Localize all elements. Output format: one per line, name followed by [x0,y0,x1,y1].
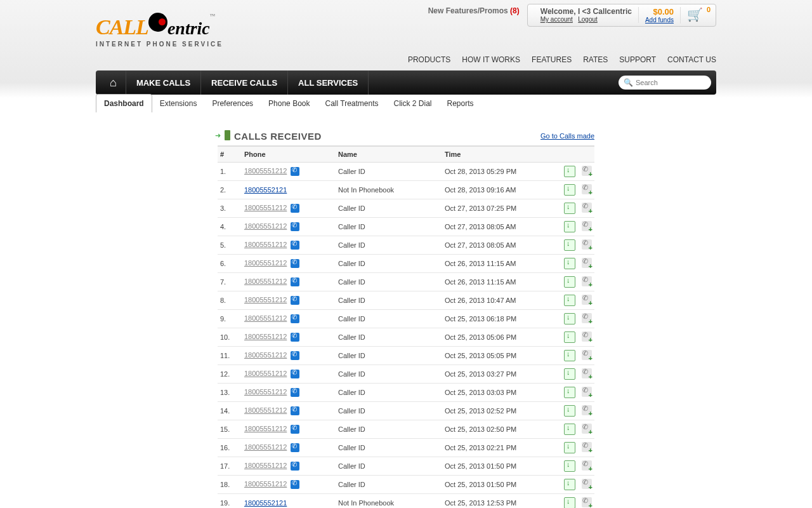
tab-click-2-dial[interactable]: Click 2 Dial [386,95,440,112]
home-button[interactable] [101,70,126,95]
download-icon[interactable] [564,460,575,472]
phone-number-link[interactable]: 18005551212 [244,406,287,414]
nav-products[interactable]: PRODUCTS [408,55,450,64]
welcome-text: Welcome, I <3 Callcentric [540,7,632,16]
nav-how-it-works[interactable]: HOW IT WORKS [462,55,520,64]
phone-number-link[interactable]: 18005551212 [244,296,287,304]
phone-number-link[interactable]: 18005551212 [244,259,287,267]
phone-number-link[interactable]: 18005551212 [244,388,287,396]
download-icon[interactable] [564,258,575,269]
table-row: 2.18005552121Not In PhonebookOct 28, 201… [218,181,594,199]
tab-reports[interactable]: Reports [440,95,481,112]
caller-name: Caller ID [336,199,442,218]
add-contact-icon[interactable] [582,405,592,415]
caller-name: Caller ID [336,273,442,291]
table-row: 15.18005551212 Caller IDOct 25, 2013 02:… [218,420,594,439]
phone-number-link[interactable]: 18005551212 [244,222,287,230]
add-contact-icon[interactable] [582,276,592,286]
call-time: Oct 25, 2013 01:50 PM [442,457,555,476]
download-icon[interactable] [564,497,575,508]
tab-dashboard[interactable]: Dashboard [96,94,152,112]
download-icon[interactable] [564,368,575,380]
tab-preferences[interactable]: Preferences [204,95,261,112]
account-box: Welcome, I <3 Callcentric My account Log… [527,4,716,27]
phone-number-link[interactable]: 18005552121 [244,499,287,507]
phone-number-link[interactable]: 18005551212 [244,370,287,377]
add-contact-icon[interactable] [582,313,592,323]
download-icon[interactable] [564,479,575,490]
cart-button[interactable]: 0 [681,7,709,22]
download-icon[interactable] [564,350,575,361]
caller-name: Caller ID [336,163,442,181]
download-icon[interactable] [564,221,575,232]
search-input[interactable] [634,78,700,87]
download-icon[interactable] [564,166,575,177]
download-icon[interactable] [564,295,575,306]
add-contact-icon[interactable] [582,239,592,250]
phone-number-link[interactable]: 18005551212 [244,241,287,248]
download-icon[interactable] [564,276,575,288]
phone-number-link[interactable]: 18005552121 [244,186,287,194]
download-icon[interactable] [564,387,575,398]
add-contact-icon[interactable] [582,184,592,194]
phone-number-link[interactable]: 18005551212 [244,277,287,285]
nav-make-calls[interactable]: MAKE CALLS [126,70,201,95]
col-header-number: # [218,146,242,163]
add-contact-icon[interactable] [582,295,592,305]
phone-number-link[interactable]: 18005551212 [244,333,287,340]
promos-link[interactable]: New Features/Promos (8) [428,4,520,15]
add-contact-icon[interactable] [582,221,592,231]
nav-rates[interactable]: RATES [583,55,608,64]
tab-call-treatments[interactable]: Call Treatments [317,95,386,112]
download-icon[interactable] [564,331,575,343]
call-time: Oct 25, 2013 12:53 PM [442,494,555,509]
promos-count: (8) [510,6,520,15]
add-contact-icon[interactable] [582,424,592,434]
phone-number-link[interactable]: 18005551212 [244,425,287,432]
logo[interactable]: CALLentric™ [96,13,223,39]
phone-number-link[interactable]: 18005551212 [244,314,287,322]
phone-number-link[interactable]: 18005551212 [244,462,287,469]
phone-number-link[interactable]: 18005551212 [244,480,287,488]
add-contact-icon[interactable] [582,331,592,342]
download-icon[interactable] [564,313,575,324]
add-contact-icon[interactable] [582,203,592,213]
nav-features[interactable]: FEATURES [532,55,572,64]
phone-number-link[interactable]: 18005551212 [244,204,287,211]
download-icon[interactable] [564,203,575,214]
nav-contact-us[interactable]: CONTACT US [667,55,716,64]
download-icon[interactable] [564,405,575,417]
caller-name: Caller ID [336,439,442,457]
logout-link[interactable]: Logout [578,16,598,23]
caller-name: Caller ID [336,347,442,365]
search-box: 🔍 [619,76,711,90]
download-icon[interactable] [564,424,575,435]
phone-number-link[interactable]: 18005551212 [244,443,287,451]
my-account-link[interactable]: My account [540,16,573,23]
table-row: 10.18005551212 Caller IDOct 25, 2013 05:… [218,328,594,347]
nav-receive-calls[interactable]: RECEIVE CALLS [201,70,288,95]
add-contact-icon[interactable] [582,442,592,452]
add-contact-icon[interactable] [582,166,592,176]
add-contact-icon[interactable] [582,350,592,360]
download-icon[interactable] [564,239,575,251]
add-contact-icon[interactable] [582,258,592,268]
add-funds-link[interactable]: Add funds [645,17,674,23]
add-contact-icon[interactable] [582,387,592,397]
nav-all-services[interactable]: ALL SERVICES [288,70,369,95]
caller-name: Not In Phonebook [336,181,442,199]
add-contact-icon[interactable] [582,479,592,489]
phone-number-link[interactable]: 18005551212 [244,167,287,175]
goto-calls-made-link[interactable]: Go to Calls made [540,132,594,140]
phone-number-link[interactable]: 18005551212 [244,351,287,359]
download-icon[interactable] [564,442,575,453]
download-icon[interactable] [564,184,575,196]
nav-support[interactable]: SUPPORT [619,55,656,64]
add-contact-icon[interactable] [582,460,592,471]
tab-phone-book[interactable]: Phone Book [261,95,317,112]
call-time: Oct 28, 2013 09:16 AM [442,181,555,199]
add-contact-icon[interactable] [582,368,592,378]
calls-received-icon [218,130,230,142]
tab-extensions[interactable]: Extensions [152,95,205,112]
add-contact-icon[interactable] [582,497,592,507]
